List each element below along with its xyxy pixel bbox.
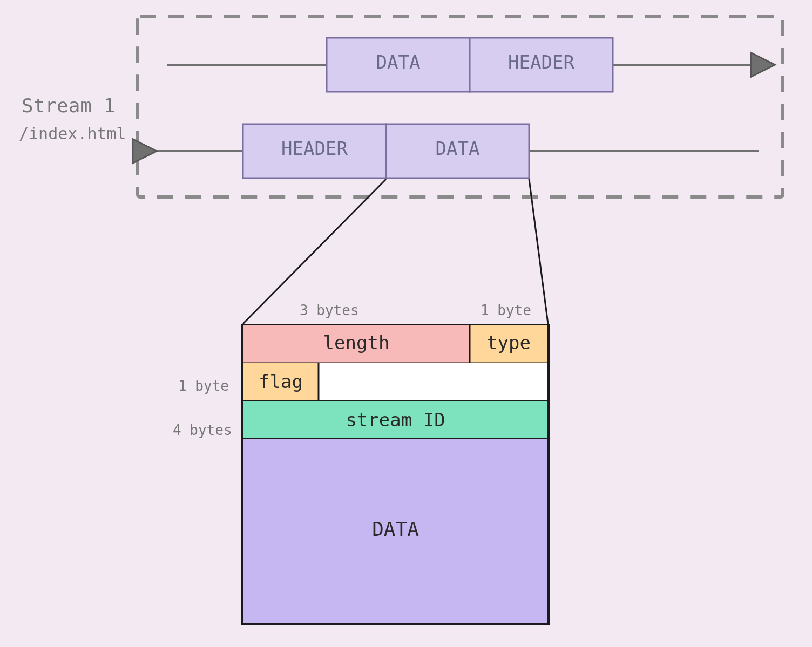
streamid-field-label: stream ID xyxy=(243,409,548,431)
request-header-label: HEADER xyxy=(470,51,613,73)
request-data-label: DATA xyxy=(327,51,470,73)
type-size-label: 1 byte xyxy=(481,302,531,318)
flag-size-label: 1 byte xyxy=(178,378,229,394)
response-header-label: HEADER xyxy=(243,138,386,159)
flag-field-label: flag xyxy=(243,371,319,392)
data-payload-label: DATA xyxy=(243,518,548,540)
streamid-size-label: 4 bytes xyxy=(173,422,232,438)
length-size-label: 3 bytes xyxy=(300,302,359,318)
reserved-field xyxy=(319,363,547,401)
stream-diagram xyxy=(0,0,812,227)
frame-breakdown xyxy=(241,324,554,626)
type-field-label: type xyxy=(470,332,547,353)
length-field-label: length xyxy=(243,332,470,353)
response-data-label: DATA xyxy=(386,138,529,159)
